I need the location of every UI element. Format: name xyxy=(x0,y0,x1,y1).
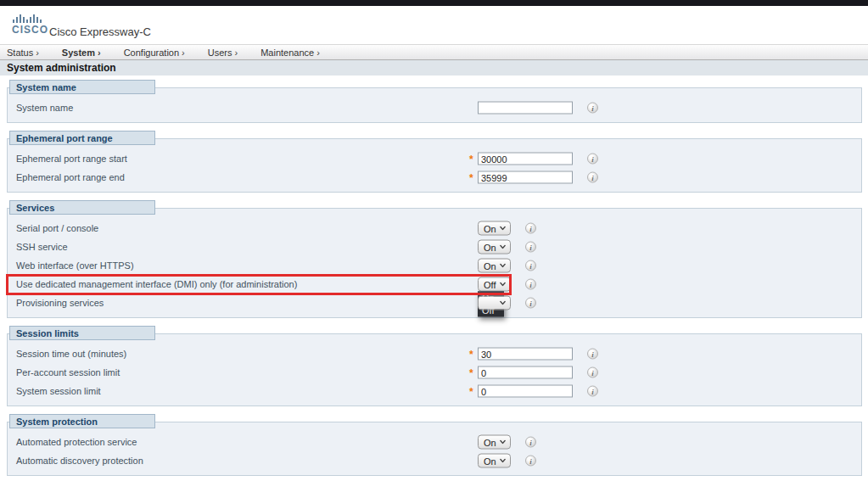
field-row-ephemeral-port-range-start: Ephemeral port range start*i xyxy=(8,149,861,168)
info-icon[interactable]: i xyxy=(587,367,598,378)
app-header: CISCO Cisco Expressway-C xyxy=(0,6,868,44)
field-control: i xyxy=(469,102,598,115)
fieldset-legend: Session limits xyxy=(9,326,155,340)
field-control: Oni xyxy=(469,435,536,450)
field-row-system-session-limit: System session limit*i xyxy=(8,382,861,400)
info-icon[interactable]: i xyxy=(587,103,598,114)
fieldset-legend: Services xyxy=(9,200,155,215)
main-menu-bar: Status›System›Configuration›Users›Mainte… xyxy=(0,44,868,60)
field-row-ssh-service: SSH serviceOni xyxy=(8,238,861,256)
nav-item-system[interactable]: System› xyxy=(62,48,101,58)
select-value: On xyxy=(484,260,496,271)
field-label: Ephemeral port range end xyxy=(16,172,125,182)
cisco-logo-text: CISCO xyxy=(12,24,49,36)
field-control: Oni xyxy=(469,240,536,254)
product-name: Cisco Expressway-C xyxy=(49,25,151,38)
chevron-down-icon xyxy=(500,227,506,231)
chevron-down-icon xyxy=(500,301,506,305)
field-label: Serial port / console xyxy=(16,223,98,233)
field-control: Oni xyxy=(469,221,536,236)
per-account-session-limit-input[interactable] xyxy=(478,366,573,379)
fieldset-system-protection: System protectionAutomated protection se… xyxy=(7,422,862,476)
ephemeral-port-range-start-input[interactable] xyxy=(478,153,573,165)
info-icon[interactable]: i xyxy=(525,223,536,234)
chevron-right-icon: › xyxy=(182,48,185,58)
chevron-down-icon xyxy=(500,459,506,463)
fieldset-ephemeral-port-range: Ephemeral port rangeEphemeral port range… xyxy=(7,138,862,193)
info-icon[interactable]: i xyxy=(525,260,536,271)
cisco-bridge-bars-icon xyxy=(13,14,49,23)
fieldset-legend: System protection xyxy=(9,414,155,428)
nav-item-label: Users xyxy=(208,48,232,58)
field-label: Provisioning services xyxy=(16,298,104,308)
required-asterisk: * xyxy=(469,153,478,165)
field-control: i xyxy=(469,296,536,310)
field-label: SSH service xyxy=(16,242,68,252)
field-label: System session limit xyxy=(16,386,101,396)
chevron-down-icon xyxy=(500,264,506,268)
field-row-ephemeral-port-range-end: Ephemeral port range end*i xyxy=(8,168,861,187)
ephemeral-port-range-end-input[interactable] xyxy=(478,171,573,184)
select-value: On xyxy=(484,223,496,233)
fieldset-session-limits: Session limitsSession time out (minutes)… xyxy=(7,333,862,406)
info-icon[interactable]: i xyxy=(525,456,536,467)
nav-item-users[interactable]: Users› xyxy=(208,48,238,58)
field-label: System name xyxy=(16,103,73,113)
required-asterisk: * xyxy=(469,171,478,183)
info-icon[interactable]: i xyxy=(525,242,536,253)
select-value: On xyxy=(484,437,496,447)
field-row-system-name: System namei xyxy=(8,98,861,117)
nav-item-maintenance[interactable]: Maintenance› xyxy=(260,48,320,58)
field-control: Oni xyxy=(469,259,536,273)
system-name-input[interactable] xyxy=(478,102,573,115)
session-time-out-minutes-input[interactable] xyxy=(478,348,573,361)
chevron-right-icon: › xyxy=(235,48,238,58)
info-icon[interactable]: i xyxy=(525,298,536,309)
info-icon[interactable]: i xyxy=(587,172,598,183)
web-interface-over-https-select[interactable]: On xyxy=(478,259,511,273)
fieldset-services: ServicesSerial port / consoleOniSSH serv… xyxy=(7,208,862,318)
provisioning-services-select[interactable] xyxy=(478,296,511,310)
fieldset-system-name: System nameSystem namei xyxy=(7,87,862,123)
fieldset-legend: Ephemeral port range xyxy=(9,131,155,145)
use-dedicated-management-interface-dmi-o-select[interactable]: Off xyxy=(478,277,511,292)
fieldset-legend: System name xyxy=(9,80,155,94)
info-icon[interactable]: i xyxy=(525,279,536,290)
nav-item-status[interactable]: Status› xyxy=(7,48,39,58)
info-icon[interactable]: i xyxy=(525,437,536,448)
field-control: Oni xyxy=(469,454,536,468)
field-row-automatic-discovery-protection: Automatic discovery protectionOni xyxy=(8,451,861,470)
page-title: System administration xyxy=(7,62,116,74)
field-label: Session time out (minutes) xyxy=(16,349,126,359)
page-title-bar: System administration xyxy=(0,60,868,76)
select-value: Off xyxy=(484,279,496,289)
field-label: Automatic discovery protection xyxy=(16,456,143,466)
field-row-session-time-out-minutes: Session time out (minutes)*i xyxy=(8,344,861,363)
info-icon[interactable]: i xyxy=(587,349,598,360)
automated-protection-service-select[interactable]: On xyxy=(478,435,511,450)
nav-item-label: Configuration xyxy=(124,48,179,58)
field-row-automated-protection-service: Automated protection serviceOni xyxy=(8,433,861,451)
nav-item-label: Status xyxy=(7,48,33,58)
ssh-service-select[interactable]: On xyxy=(478,240,511,254)
system-session-limit-input[interactable] xyxy=(478,385,573,398)
nav-item-configuration[interactable]: Configuration› xyxy=(124,48,185,58)
required-asterisk: * xyxy=(469,366,478,378)
chevron-down-icon xyxy=(500,245,506,249)
browser-top-bar xyxy=(0,0,868,6)
nav-item-label: System xyxy=(62,48,95,58)
info-icon[interactable]: i xyxy=(587,386,598,397)
field-label: Use dedicated management interface (DMI)… xyxy=(16,279,297,289)
chevron-right-icon: › xyxy=(36,48,39,58)
automatic-discovery-protection-select[interactable]: On xyxy=(478,454,511,468)
field-control: *i xyxy=(469,385,598,398)
info-icon[interactable]: i xyxy=(587,154,598,165)
select-value: On xyxy=(484,242,496,252)
chevron-down-icon xyxy=(500,282,506,287)
field-row-per-account-session-limit: Per-account session limit*i xyxy=(8,363,861,382)
serial-port-console-select[interactable]: On xyxy=(478,221,511,236)
field-row-provisioning-services: Provisioning servicesi xyxy=(8,294,861,312)
required-asterisk: * xyxy=(469,348,478,360)
field-control: OffOnOffi xyxy=(469,277,536,292)
field-row-use-dedicated-management-interface-dmi-o: Use dedicated management interface (DMI)… xyxy=(8,275,861,294)
